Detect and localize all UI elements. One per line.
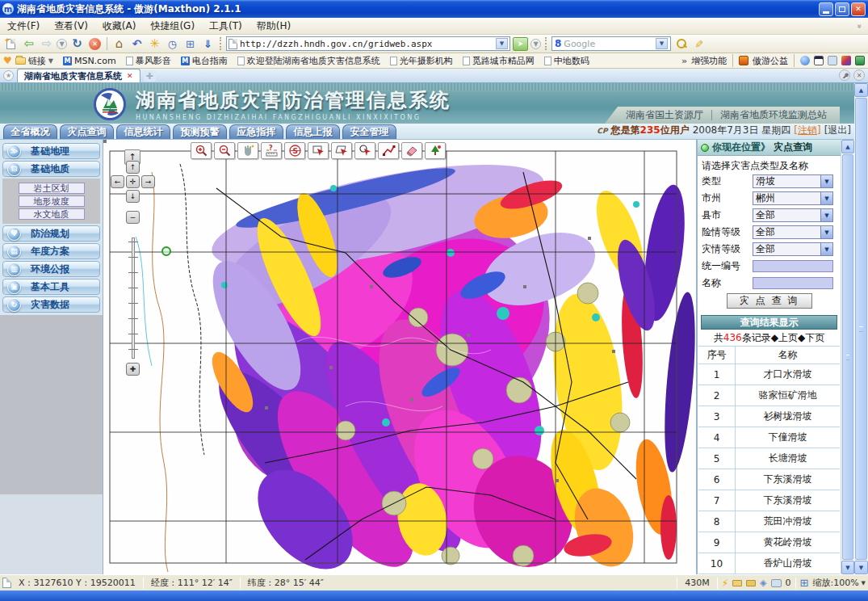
- scroll-up-icon[interactable]: ▲: [854, 83, 868, 97]
- geological-map[interactable]: [103, 140, 695, 574]
- sublayer-terrain-slope[interactable]: 地形坡度: [19, 195, 85, 207]
- pan-down-button[interactable]: ↓: [126, 190, 140, 203]
- menu-file[interactable]: 文件(F): [0, 18, 47, 35]
- zoom-box-tool[interactable]: [308, 142, 329, 159]
- table-row[interactable]: 4下僮滑坡: [698, 427, 840, 448]
- favorites-heart-icon[interactable]: ♥: [3, 55, 12, 66]
- scroll-down-icon[interactable]: ▼: [854, 561, 868, 574]
- table-row[interactable]: 10香炉山滑坡: [698, 553, 840, 574]
- history-button[interactable]: ◷: [165, 36, 180, 52]
- diamond-icon[interactable]: ◈: [760, 578, 766, 588]
- legend-tree-tool[interactable]: [425, 142, 446, 159]
- scroll-down-icon[interactable]: ▼: [841, 561, 854, 574]
- search-dropdown-icon[interactable]: ▼: [656, 38, 668, 49]
- bookmark-radio[interactable]: M电台指南: [181, 55, 228, 67]
- logout-link[interactable]: [注销]: [794, 124, 820, 137]
- link-geo-env-station[interactable]: 湖南省地质环境监测总站: [720, 108, 827, 122]
- identify-tool[interactable]: [354, 142, 375, 159]
- new-page-button[interactable]: ✦: [3, 36, 19, 52]
- charity-label[interactable]: 傲游公益: [753, 55, 788, 67]
- bookmark-msn[interactable]: MMSN.com: [63, 56, 116, 66]
- tab-settings-button[interactable]: [839, 69, 850, 81]
- next-page-link[interactable]: ◆下页: [798, 331, 824, 345]
- table-row[interactable]: 3衫树垅滑坡: [698, 406, 840, 427]
- bookmark-hunan-geo[interactable]: 欢迎登陆湖南省地质灾害信息系统: [237, 55, 380, 67]
- zoom-control[interactable]: 缩放:100% ▼: [812, 577, 866, 589]
- panel-scrollbar[interactable]: ▲ ▼: [841, 140, 854, 574]
- pan-center-button[interactable]: ✛: [126, 175, 140, 188]
- window-mode-icon[interactable]: [814, 56, 824, 65]
- nav-tab-security[interactable]: 安全管理: [342, 124, 396, 139]
- menu-groups[interactable]: 快捷组(G): [143, 18, 202, 35]
- county-select[interactable]: 全部▼: [753, 208, 833, 222]
- filter-button[interactable]: ✳: [147, 36, 162, 52]
- search-box[interactable]: 8 Google ▼: [551, 36, 671, 51]
- measure-distance-tool[interactable]: ?: [261, 142, 282, 159]
- zoom-in-button[interactable]: ✚: [126, 363, 140, 376]
- bookmarks-overflow-icon[interactable]: »: [681, 56, 687, 66]
- bookmark-baofeng[interactable]: 暴风影音: [126, 55, 171, 67]
- link-window-button[interactable]: ⊞: [182, 36, 198, 52]
- name-input[interactable]: [753, 277, 833, 289]
- stop-button[interactable]: ✕: [87, 36, 103, 52]
- highlight-button[interactable]: ✎: [691, 36, 707, 52]
- go-dropdown-button[interactable]: ▼: [530, 39, 541, 49]
- nav-tab-forecast-warning[interactable]: 预测预警: [173, 124, 227, 139]
- menubar-collapse-icon[interactable]: »: [854, 23, 863, 28]
- address-input[interactable]: http://dzzh.hndh.gov.cn/gridweb.aspx: [240, 39, 493, 49]
- bookmark-milu[interactable]: 觅路城市精品网: [463, 55, 535, 67]
- plugins-icon[interactable]: [855, 56, 865, 65]
- bookmark-guangnian[interactable]: 光年摄影机构: [390, 55, 453, 67]
- pan-right-button[interactable]: →: [141, 175, 155, 188]
- bookmark-zhongdi[interactable]: 中地数码: [544, 55, 589, 67]
- pan-left-button[interactable]: ←: [111, 175, 124, 188]
- scroll-up-icon[interactable]: ▲: [841, 140, 854, 153]
- sidebar-item-disaster-data[interactable]: ↻ 灾害数据: [2, 296, 100, 313]
- nav-tab-statistics[interactable]: 信息统计: [116, 124, 170, 139]
- folder-icon[interactable]: [732, 580, 742, 586]
- popup-blocker-icon[interactable]: [771, 579, 782, 587]
- table-row[interactable]: 9黄花岭滑坡: [698, 532, 840, 553]
- minimize-button[interactable]: [819, 2, 833, 16]
- search-input[interactable]: Google: [564, 39, 653, 49]
- sidebar-item-prevention-plan[interactable]: Ψ 防治规划: [2, 225, 100, 242]
- type-select[interactable]: 滑坡▼: [753, 174, 833, 188]
- link-land-resources-dept[interactable]: 湖南省国土资源厅: [626, 108, 703, 122]
- measure-line-tool[interactable]: [378, 142, 399, 159]
- forward-button[interactable]: ⇨: [39, 36, 54, 52]
- pan-up-button[interactable]: ↑: [126, 161, 140, 174]
- page-scrollbar[interactable]: ▲ ▼: [854, 83, 868, 574]
- undo-button[interactable]: ↶: [129, 36, 145, 52]
- menu-help[interactable]: 帮助(H): [249, 18, 298, 35]
- eraser-tool[interactable]: [401, 142, 422, 159]
- zoom-out-tool[interactable]: [214, 142, 235, 159]
- zoom-slider[interactable]: [132, 237, 135, 359]
- scroll-thumb[interactable]: [855, 98, 867, 560]
- go-button[interactable]: ➤: [513, 37, 528, 51]
- sidebar-item-basic-tools[interactable]: ▣ 基本工具: [2, 279, 100, 295]
- new-tab-button[interactable]: ✚: [144, 70, 156, 82]
- sublayer-hydrogeology[interactable]: 水文地质: [19, 208, 85, 220]
- proxy-icon[interactable]: [800, 56, 810, 65]
- address-dropdown-icon[interactable]: ▼: [496, 38, 508, 49]
- chevron-down-icon[interactable]: ▼: [820, 192, 832, 204]
- table-row[interactable]: 8荒田冲滑坡: [698, 511, 840, 532]
- address-bar[interactable]: http://dzzh.hndh.gov.cn/gridweb.aspx ▼: [226, 36, 510, 51]
- nav-tab-overview[interactable]: 全省概况: [3, 124, 57, 139]
- sidebar-item-annual-plan[interactable]: ▤ 年度方案: [2, 243, 100, 259]
- boost-icon[interactable]: ⚡: [722, 578, 728, 589]
- menu-view[interactable]: 查看(V): [47, 18, 95, 35]
- close-button[interactable]: ✕: [851, 2, 866, 16]
- table-row[interactable]: 2骆家恒矿滑地: [698, 385, 840, 406]
- scroll-thumb[interactable]: [842, 154, 853, 560]
- nav-tab-emergency[interactable]: 应急指挥: [229, 124, 283, 139]
- sidebar-item-base-geography[interactable]: ≫ 基础地理: [2, 143, 100, 159]
- download-button[interactable]: ⇓: [200, 36, 216, 52]
- exit-link[interactable]: [退出]: [824, 124, 851, 137]
- tab-favorite-icon[interactable]: ★: [3, 70, 14, 81]
- home-button[interactable]: ⌂: [111, 36, 127, 52]
- tab-close-icon[interactable]: ✕: [127, 72, 133, 80]
- restore-button[interactable]: [835, 2, 849, 16]
- tab-active[interactable]: 湖南省地质灾害信息系统 ✕: [17, 69, 140, 82]
- table-row[interactable]: 6下东溪滑坡: [698, 469, 840, 490]
